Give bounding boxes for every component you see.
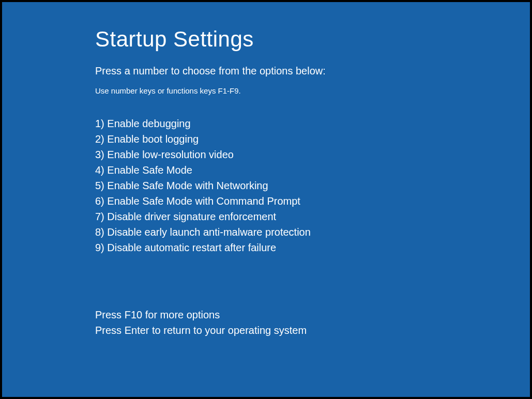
option-disable-automatic-restart[interactable]: 9) Disable automatic restart after failu…: [95, 240, 530, 255]
option-enable-safe-mode-networking[interactable]: 5) Enable Safe Mode with Networking: [95, 178, 530, 193]
option-enable-safe-mode[interactable]: 4) Enable Safe Mode: [95, 162, 530, 178]
option-enable-safe-mode-command-prompt[interactable]: 6) Enable Safe Mode with Command Prompt: [95, 193, 530, 209]
return-text: Press Enter to return to your operating …: [95, 323, 530, 338]
option-enable-debugging[interactable]: 1) Enable debugging: [95, 116, 530, 131]
instruction-text: Press a number to choose from the option…: [95, 65, 530, 77]
option-enable-low-resolution-video[interactable]: 3) Enable low-resolution video: [95, 147, 530, 162]
option-enable-boot-logging[interactable]: 2) Enable boot logging: [95, 131, 530, 147]
page-title: Startup Settings: [95, 27, 530, 52]
option-disable-driver-signature-enforcement[interactable]: 7) Disable driver signature enforcement: [95, 209, 530, 224]
options-list: 1) Enable debugging 2) Enable boot loggi…: [95, 116, 530, 255]
key-hint-text: Use number keys or functions keys F1-F9.: [95, 86, 530, 95]
option-disable-early-launch-anti-malware[interactable]: 8) Disable early launch anti-malware pro…: [95, 224, 530, 240]
more-options-text: Press F10 for more options: [95, 307, 530, 323]
